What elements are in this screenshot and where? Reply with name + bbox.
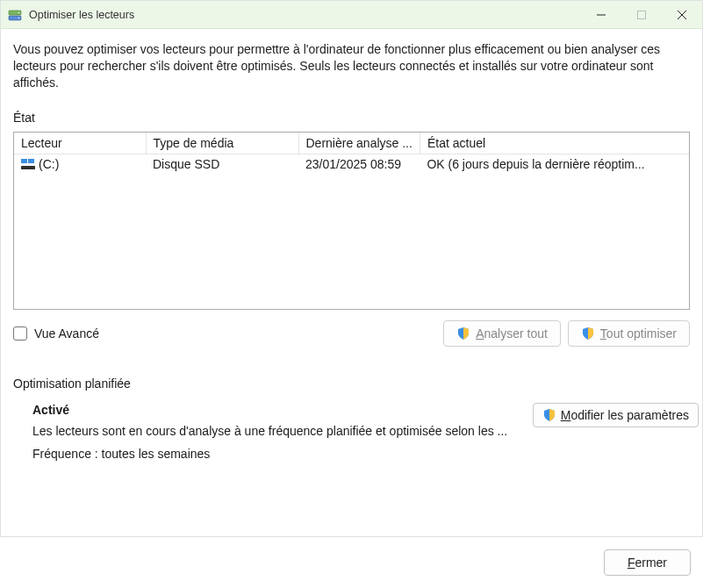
footer: Fermer <box>0 536 703 588</box>
col-header-media[interactable]: Type de média <box>146 133 298 154</box>
cell-state: OK (6 jours depuis la dernière réoptim..… <box>420 154 689 175</box>
cell-media-type: Disque SSD <box>146 154 298 175</box>
drive-name-text: (C:) <box>39 157 59 171</box>
window-title: Optimiser les lecteurs <box>29 9 581 21</box>
scheduled-heading: Optimisation planifiée <box>13 376 690 391</box>
analyze-all-label: Analyser tout <box>476 326 548 341</box>
col-header-last-analysis[interactable]: Dernière analyse ... <box>298 133 420 154</box>
shield-icon <box>456 326 470 341</box>
svg-rect-10 <box>21 166 35 169</box>
close-button[interactable]: Fermer <box>604 549 691 576</box>
app-icon <box>8 8 22 22</box>
modify-settings-label: Modifier les paramètres <box>561 408 689 422</box>
analyze-all-button[interactable]: Analyser tout <box>443 320 561 347</box>
drive-list[interactable]: Lecteur Type de média Dernière analyse .… <box>13 132 690 310</box>
svg-rect-8 <box>21 159 27 163</box>
cell-drive-name: (C:) <box>14 154 146 175</box>
col-header-state[interactable]: État actuel <box>420 133 689 154</box>
scheduled-description: Les lecteurs sont en cours d'analyse à u… <box>32 424 533 438</box>
advanced-view-label: Vue Avancé <box>34 326 99 341</box>
maximize-button[interactable] <box>621 1 662 28</box>
table-row[interactable]: (C:) Disque SSD 23/01/2025 08:59 OK (6 j… <box>14 154 689 175</box>
window-controls <box>581 1 702 28</box>
close-button-label: Fermer <box>628 556 667 570</box>
col-header-drive[interactable]: Lecteur <box>14 133 146 154</box>
content-area: Vous pouvez optimiser vos lecteurs pour … <box>1 29 702 470</box>
svg-rect-9 <box>28 159 34 163</box>
optimize-all-label: Tout optimiser <box>600 326 677 341</box>
list-toolbar: Vue Avancé Analyser tout Tout optimiser <box>13 320 690 347</box>
status-section-label: État <box>13 111 690 125</box>
svg-point-3 <box>18 17 20 18</box>
optimize-all-button[interactable]: Tout optimiser <box>568 320 690 347</box>
modify-settings-button[interactable]: Modifier les paramètres <box>533 403 699 427</box>
titlebar: Optimiser les lecteurs <box>1 1 702 29</box>
minimize-button[interactable] <box>581 1 621 28</box>
shield-icon <box>542 408 556 422</box>
scheduled-status: Activé <box>32 403 533 417</box>
checkbox-box <box>13 326 27 341</box>
scheduled-block: Activé Les lecteurs sont en cours d'anal… <box>13 403 690 470</box>
cell-last-analysis: 23/01/2025 08:59 <box>298 154 420 175</box>
scheduled-frequency: Fréquence : toutes les semaines <box>32 447 533 461</box>
svg-rect-5 <box>638 11 646 18</box>
description-text: Vous pouvez optimiser vos lecteurs pour … <box>13 41 690 91</box>
shield-icon <box>581 326 595 341</box>
drive-icon <box>21 158 35 172</box>
close-window-button[interactable] <box>662 1 702 28</box>
advanced-view-checkbox[interactable]: Vue Avancé <box>13 326 99 341</box>
svg-point-2 <box>18 11 20 13</box>
